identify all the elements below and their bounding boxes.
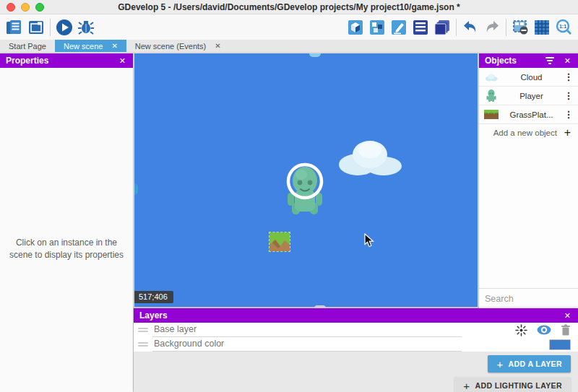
add-layer-label: ADD A LAYER [509, 360, 562, 368]
open-properties-panel-button[interactable] [388, 17, 410, 38]
grid-icon [532, 18, 551, 37]
plus-icon: + [496, 358, 503, 370]
layers-editor-icon [433, 18, 452, 37]
layer-effects-icon[interactable] [515, 324, 527, 336]
close-panel-icon[interactable]: ✕ [118, 56, 127, 66]
svg-text:1:1: 1:1 [559, 24, 566, 29]
close-tab-icon[interactable]: ✕ [215, 42, 220, 50]
window-mask-icon [511, 18, 530, 37]
undo-button[interactable] [460, 17, 481, 38]
delete-layer-trash-icon[interactable] [561, 324, 571, 336]
tab-label: Start Page [9, 42, 46, 51]
layer-name-field[interactable]: Background color [152, 337, 462, 352]
tab-start-page[interactable]: Start Page [0, 40, 55, 52]
close-window-button[interactable] [7, 3, 15, 12]
toolbar-separator [506, 19, 506, 36]
grass-platform-thumbnail-icon [483, 110, 499, 119]
properties-empty-message: Click on an instance in the scene to dis… [0, 68, 133, 392]
object-menu-icon[interactable]: ⋮ [564, 111, 574, 118]
object-row-player[interactable]: Player ⋮ [479, 87, 578, 105]
grass-platform-instance[interactable] [269, 232, 290, 251]
panel-title: Layers [139, 310, 168, 321]
properties-panel: Properties ✕ Click on an instance in the… [0, 53, 134, 392]
tab-new-scene-events[interactable]: New scene (Events) ✕ [126, 40, 230, 52]
preview-button[interactable] [53, 17, 75, 38]
zoom-options-button[interactable]: 1:1 [553, 17, 574, 38]
main-area: Properties ✕ Click on an instance in the… [0, 52, 578, 392]
project-manager-button[interactable] [4, 17, 25, 38]
open-objects-editor-button[interactable] [345, 17, 366, 38]
cloud-instance[interactable] [336, 137, 404, 176]
play-icon [55, 18, 74, 37]
properties-panel-header: Properties ✕ [0, 53, 133, 68]
plus-icon: + [564, 126, 571, 139]
add-lighting-layer-button[interactable]: + ADD LIGHTING LAYER [454, 377, 571, 392]
plus-icon: + [463, 380, 470, 392]
player-thumbnail-icon [483, 90, 499, 103]
titlebar: GDevelop 5 - /Users/david/Documents/GDev… [0, 0, 578, 14]
add-object-label: Add a new object [486, 129, 564, 137]
layer-visibility-eye-icon[interactable] [537, 325, 551, 335]
object-menu-icon[interactable]: ⋮ [564, 92, 574, 100]
layer-row-base[interactable]: Base layer [134, 323, 578, 337]
close-panel-icon[interactable]: ✕ [563, 56, 572, 66]
open-layers-editor-button[interactable] [431, 17, 453, 38]
layer-row-background-color[interactable]: Background color [134, 337, 578, 352]
debug-button[interactable] [75, 17, 97, 38]
toggle-mask-button[interactable] [509, 17, 531, 38]
tab-bar: Start Page New scene ✕ New scene (Events… [0, 40, 578, 52]
drag-handle-icon[interactable] [138, 341, 148, 348]
splitter-handle-left[interactable] [134, 183, 138, 195]
object-groups-icon [368, 18, 387, 37]
background-color-swatch[interactable] [549, 339, 571, 350]
player-instance[interactable] [286, 162, 327, 217]
zoom-1-1-icon: 1:1 [554, 18, 573, 37]
add-object-row[interactable]: Add a new object + [479, 124, 578, 141]
object-row-cloud[interactable]: Cloud ⋮ [479, 68, 578, 87]
add-layer-button[interactable]: + ADD A LAYER [488, 355, 571, 373]
layer-name-field[interactable]: Base layer [152, 323, 462, 337]
tab-new-scene[interactable]: New scene ✕ [55, 40, 126, 52]
zoom-window-button[interactable] [35, 3, 44, 12]
window-icon [27, 18, 46, 37]
cursor-coordinates-badge: 517;406 [134, 291, 173, 303]
object-menu-icon[interactable]: ⋮ [564, 74, 574, 81]
project-manager-icon [5, 18, 24, 37]
window-title: GDevelop 5 - /Users/david/Documents/GDev… [118, 2, 460, 12]
gdevelop-window: GDevelop 5 - /Users/david/Documents/GDev… [0, 0, 578, 392]
layers-panel-footer: + ADD A LAYER + ADD LIGHTING LAYER [134, 352, 578, 392]
object-search-input[interactable] [485, 294, 578, 304]
object-row-grassplatform[interactable]: GrassPlat... ⋮ [479, 105, 578, 124]
layers-panel-header: Layers ✕ [134, 308, 578, 323]
toggle-grid-button[interactable] [531, 17, 553, 38]
splitter-handle-top[interactable] [309, 53, 321, 57]
undo-icon [461, 18, 480, 37]
object-name: Player [499, 92, 564, 100]
filter-icon[interactable] [545, 56, 554, 66]
scene-editor-canvas[interactable]: 517;406 [134, 53, 478, 307]
open-object-groups-button[interactable] [366, 17, 388, 38]
redo-button[interactable] [481, 17, 503, 38]
window-controls [7, 3, 44, 12]
drag-handle-icon[interactable] [138, 326, 148, 334]
splitter-handle-layers[interactable] [314, 305, 326, 308]
toolbar-separator [50, 19, 51, 36]
objects-editor-icon [346, 18, 365, 37]
edit-properties-icon [389, 18, 408, 37]
close-tab-icon[interactable]: ✕ [111, 42, 117, 50]
instances-list-icon [411, 18, 430, 37]
mouse-cursor [364, 233, 374, 248]
toolbar: 1:1 [0, 14, 578, 40]
objects-panel: Objects ✕ Cloud ⋮ Player ⋮ [478, 53, 578, 308]
redo-icon [483, 18, 501, 37]
start-page-button[interactable] [25, 17, 47, 38]
close-panel-icon[interactable]: ✕ [563, 311, 572, 321]
panel-title: Properties [6, 56, 48, 66]
minimize-window-button[interactable] [21, 3, 30, 12]
cloud-thumbnail-icon [483, 73, 499, 82]
bug-icon [77, 18, 95, 37]
toolbar-separator [456, 19, 457, 36]
open-instances-list-button[interactable] [410, 17, 431, 38]
object-name: Cloud [499, 73, 564, 82]
object-name: GrassPlat... [499, 110, 564, 119]
